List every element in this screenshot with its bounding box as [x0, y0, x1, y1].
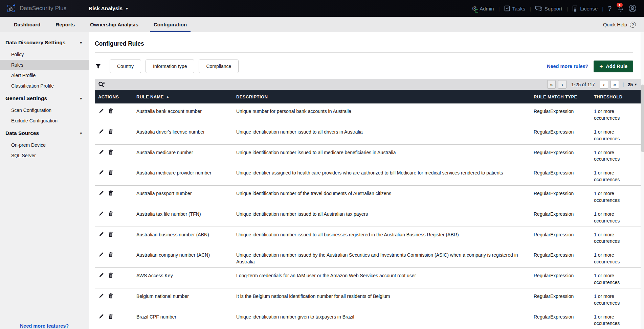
need-more-rules-link[interactable]: Need more rules? [547, 64, 589, 69]
edit-rule-button[interactable] [99, 252, 104, 257]
user-avatar[interactable] [628, 4, 637, 13]
rule-name-cell: Australia medicare provider number [133, 165, 233, 179]
delete-rule-button[interactable] [108, 314, 113, 319]
delete-rule-button[interactable] [108, 273, 113, 278]
table-row: Australia medicare provider number Uniqu… [95, 165, 641, 186]
delete-rule-button[interactable] [108, 293, 113, 299]
license-document-icon [572, 5, 578, 12]
rule-match-type-cell: RegularExpression [530, 186, 591, 199]
tab[interactable]: Configuration [153, 17, 188, 32]
separator: | [498, 6, 500, 11]
support-menu[interactable]: Support [535, 5, 562, 11]
pencil-icon [99, 108, 104, 113]
delete-rule-button[interactable] [108, 149, 113, 155]
sidebar-item[interactable]: Rules [0, 60, 89, 70]
sidebar-items-group: On-prem DeviceSQL Server [0, 140, 89, 161]
quick-help-button[interactable]: Quick Help ? [603, 17, 636, 32]
edit-rule-button[interactable] [99, 190, 104, 196]
table-row: Australia medicare number Unique identif… [95, 145, 641, 165]
next-page-button[interactable]: › [600, 80, 608, 89]
pencil-icon [99, 293, 104, 298]
sidebar-section-general-settings[interactable]: General Settings ▾ [0, 91, 89, 105]
sidebar-item[interactable]: Exclude Configuration [0, 116, 89, 126]
help-icon[interactable]: ? [608, 5, 612, 13]
quick-help-label: Quick Help [603, 22, 627, 27]
delete-rule-button[interactable] [108, 211, 113, 216]
edit-rule-button[interactable] [99, 273, 104, 278]
delete-rule-button[interactable] [108, 190, 113, 196]
tasks-menu[interactable]: Tasks [504, 5, 525, 12]
tab[interactable]: Dashboard [13, 17, 41, 32]
sidebar-item[interactable]: SQL Server [0, 150, 89, 161]
scrollbar-thumb[interactable] [641, 85, 644, 152]
license-menu[interactable]: License [572, 5, 598, 12]
module-name: Risk Analysis [89, 5, 123, 11]
sidebar-item[interactable]: Scan Configuration [0, 105, 89, 115]
sidebar-item[interactable]: Classification Profile [0, 81, 89, 91]
delete-rule-button[interactable] [108, 108, 113, 114]
filter-funnel-icon[interactable] [95, 64, 101, 69]
sidebar-item[interactable]: On-prem Device [0, 140, 89, 150]
edit-rule-button[interactable] [99, 170, 104, 175]
tab[interactable]: Reports [54, 17, 76, 32]
tab[interactable]: Ownership Analysis [89, 17, 139, 32]
admin-menu[interactable]: ⚙ Admin [471, 5, 494, 12]
delete-rule-button[interactable] [108, 170, 113, 175]
table-row: Australian company number (ACN) Unique i… [95, 247, 641, 268]
edit-rule-button[interactable] [99, 149, 104, 155]
rule-match-type-cell: RegularExpression [530, 247, 591, 261]
delete-rule-button[interactable] [108, 232, 113, 237]
sidebar-item[interactable]: Policy [0, 49, 89, 60]
pencil-icon [99, 273, 104, 278]
table-toolbar: « ‹ 1-25 of 117 › » | 25 ▾ [95, 79, 641, 90]
delete-rule-button[interactable] [108, 129, 113, 134]
filter-button[interactable]: Country [110, 60, 141, 73]
first-page-button[interactable]: « [547, 80, 556, 89]
filter-button[interactable]: Information type [146, 60, 194, 73]
separator: | [602, 6, 603, 11]
sidebar-item[interactable]: Alert Profile [0, 70, 89, 80]
product-name: DataSecurity Plus [20, 5, 67, 12]
sidebar-section-data-discovery-settings[interactable]: Data Discovery Settings ▾ [0, 36, 89, 49]
chevron-down-icon: ▾ [80, 41, 82, 45]
notification-badge: 8 [617, 3, 623, 7]
column-description[interactable]: DESCRIPTION [233, 94, 530, 99]
separator: | [530, 6, 531, 11]
sidebar-items-group: Scan ConfigurationExclude Configuration [0, 105, 89, 126]
sidebar-section-data-sources[interactable]: Data Sources ▾ [0, 126, 89, 140]
help-circle-icon: ? [630, 22, 636, 28]
support-chat-icon [535, 5, 542, 11]
gear-icon: ⚙ [471, 5, 477, 12]
threshold-cell: 1 or more occurrences [591, 186, 628, 206]
edit-rule-button[interactable] [99, 293, 104, 299]
edit-rule-button[interactable] [99, 211, 104, 216]
edit-rule-button[interactable] [99, 108, 104, 114]
table-header: ACTIONS RULE NAME ▲ DESCRIPTION RULE MAT… [95, 90, 641, 103]
column-rule-name[interactable]: RULE NAME ▲ [133, 94, 233, 99]
rule-name-cell: Belgium national number [133, 288, 233, 302]
notifications-bell-icon[interactable]: 8 [617, 5, 624, 12]
threshold-cell: 1 or more occurrences [591, 124, 628, 144]
pencil-icon [99, 252, 104, 257]
need-more-features-link[interactable]: Need more features? [0, 323, 89, 329]
delete-rule-button[interactable] [108, 252, 113, 257]
vertical-scrollbar[interactable] [641, 32, 644, 329]
last-page-button[interactable]: » [610, 80, 619, 89]
sidebar: Data Discovery Settings ▾ PolicyRulesAle… [0, 32, 89, 329]
column-rule-match-type[interactable]: RULE MATCH TYPE [530, 94, 591, 99]
edit-rule-button[interactable] [99, 232, 104, 237]
sidebar-items-group: PolicyRulesAlert ProfileClassification P… [0, 49, 89, 91]
add-rule-button[interactable]: + Add Rule [594, 61, 633, 72]
search-icon[interactable] [98, 81, 105, 88]
sort-ascending-icon: ▲ [166, 95, 169, 98]
edit-rule-button[interactable] [99, 314, 104, 319]
filter-button[interactable]: Compliance [199, 60, 239, 73]
module-selector[interactable]: Risk Analysis ▾ [89, 5, 128, 11]
edit-rule-button[interactable] [99, 129, 104, 134]
pencil-icon [99, 149, 104, 155]
pagination: « ‹ 1-25 of 117 › » | 25 ▾ [547, 80, 637, 89]
previous-page-button[interactable]: ‹ [558, 80, 567, 89]
page-size-dropdown[interactable]: 25 ▾ [627, 82, 637, 87]
column-threshold[interactable]: THRESHOLD [591, 94, 641, 99]
threshold-cell: 1 or more occurrences [591, 227, 628, 247]
